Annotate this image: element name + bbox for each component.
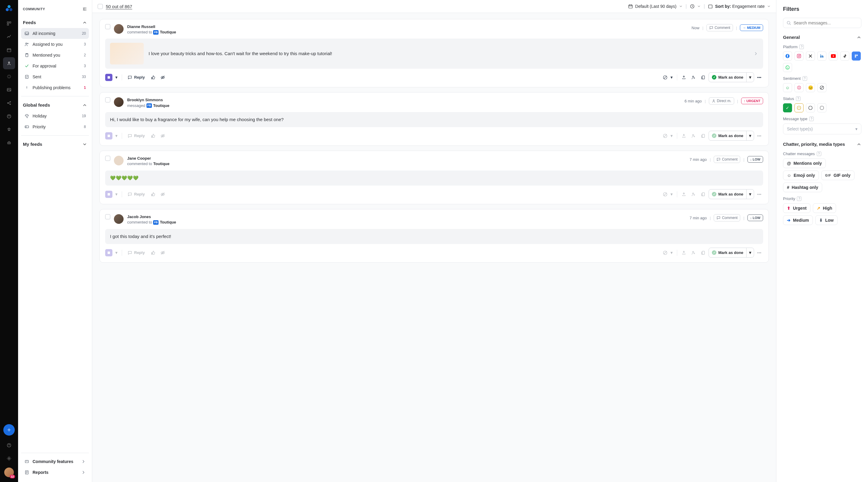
direct-message-pill[interactable]: Direct m.: [709, 97, 734, 104]
reply-button[interactable]: Reply: [124, 73, 148, 82]
status-done[interactable]: ✓: [783, 103, 792, 113]
help-icon[interactable]: ?: [803, 76, 807, 81]
more-button[interactable]: •••: [755, 132, 763, 140]
more-button[interactable]: •••: [755, 190, 763, 198]
priority-low[interactable]: ⬇Low: [815, 215, 838, 225]
search-input[interactable]: [783, 18, 861, 28]
block-button[interactable]: [661, 132, 670, 140]
block-button[interactable]: [661, 73, 670, 82]
comment-button[interactable]: Comment: [707, 24, 733, 31]
section-feeds[interactable]: Feeds: [21, 17, 89, 28]
channel-dropdown[interactable]: ▾: [114, 73, 119, 81]
select-checkbox[interactable]: [105, 156, 110, 161]
priority-high[interactable]: ↗High: [813, 203, 836, 213]
priority-badge[interactable]: ↓ LOW: [747, 156, 763, 163]
block-button[interactable]: [661, 249, 670, 257]
platform-google[interactable]: [852, 52, 861, 61]
help-icon[interactable]: ?: [797, 196, 801, 201]
hide-button[interactable]: [158, 249, 167, 257]
mark-done-button[interactable]: ✓Mark as done ▾: [709, 131, 754, 141]
help-icon[interactable]: ?: [796, 96, 801, 101]
priority-badge[interactable]: ↓ LOW: [747, 215, 763, 221]
export-button[interactable]: [680, 190, 688, 198]
select-all-checkbox[interactable]: [98, 4, 103, 9]
nav-calendar-icon[interactable]: [3, 44, 15, 56]
like-button[interactable]: [149, 73, 157, 82]
block-dropdown[interactable]: ▾: [669, 249, 675, 257]
help-icon[interactable]: ?: [799, 44, 804, 49]
help-icon[interactable]: ?: [817, 152, 821, 156]
nav-media-icon[interactable]: [3, 84, 15, 96]
reply-button[interactable]: Reply: [124, 249, 148, 257]
sidebar-item-approval[interactable]: For approval 3: [21, 61, 89, 71]
collapse-sidebar-icon[interactable]: [82, 7, 87, 11]
hide-button[interactable]: [158, 190, 167, 198]
compose-button[interactable]: [3, 424, 15, 436]
select-checkbox[interactable]: [105, 214, 110, 219]
time-picker[interactable]: [690, 4, 701, 9]
assign-button[interactable]: [689, 132, 698, 140]
nav-dashboard-icon[interactable]: [3, 18, 15, 30]
channel-dropdown[interactable]: ▾: [114, 132, 119, 140]
expand-icon[interactable]: [753, 51, 758, 56]
sentiment-none[interactable]: [817, 83, 827, 92]
block-dropdown[interactable]: ▾: [669, 73, 675, 81]
platform-youtube[interactable]: [829, 52, 838, 61]
assign-button[interactable]: [689, 73, 698, 82]
select-checkbox[interactable]: [105, 24, 110, 29]
assign-button[interactable]: [689, 249, 698, 257]
export-button[interactable]: [680, 132, 688, 140]
results-count[interactable]: 50 out of 867: [106, 4, 132, 9]
priority-medium[interactable]: ➔Medium: [783, 215, 813, 225]
block-button[interactable]: [661, 190, 670, 198]
like-button[interactable]: [149, 249, 157, 257]
platform-linkedin[interactable]: [817, 52, 827, 61]
more-button[interactable]: •••: [755, 73, 763, 81]
like-button[interactable]: [149, 132, 157, 140]
sidebar-item-sent[interactable]: Sent 33: [21, 71, 89, 82]
footer-reports[interactable]: Reports: [21, 467, 89, 478]
channel-badge[interactable]: [105, 191, 113, 198]
sidebar-item-priority[interactable]: Priority 8: [21, 121, 89, 132]
block-dropdown[interactable]: ▾: [669, 132, 675, 140]
nav-listening-icon[interactable]: [3, 110, 15, 122]
chatter-gif[interactable]: GIFGIF only: [821, 170, 855, 180]
sidebar-item-problems[interactable]: Publishing problems 1: [21, 82, 89, 93]
sentiment-neutral[interactable]: 😐: [806, 83, 815, 92]
chatter-emoji[interactable]: ☺Emoji only: [783, 170, 819, 180]
nav-ai-icon[interactable]: [3, 70, 15, 83]
like-button[interactable]: [149, 190, 157, 198]
priority-urgent[interactable]: ⬆Urgent: [783, 203, 810, 213]
copy-button[interactable]: [699, 132, 707, 140]
channel-badge[interactable]: [105, 249, 113, 256]
sort-picker[interactable]: Sort by: Engagement rate: [708, 4, 771, 9]
reply-button[interactable]: Reply: [124, 190, 148, 198]
channel-dropdown[interactable]: ▾: [114, 190, 119, 198]
status-pending[interactable]: [795, 103, 804, 113]
nav-community-icon[interactable]: [3, 57, 15, 69]
mark-done-button[interactable]: ✓Mark as done ▾: [709, 189, 754, 199]
platform-facebook[interactable]: [783, 52, 792, 61]
export-button[interactable]: [680, 73, 688, 82]
copy-button[interactable]: [699, 249, 707, 257]
sentiment-negative[interactable]: ☹: [795, 83, 804, 92]
sentiment-positive[interactable]: ☺: [783, 83, 792, 92]
section-global[interactable]: Global feeds: [21, 99, 89, 110]
comment-button[interactable]: Comment: [714, 214, 740, 221]
mark-done-dropdown[interactable]: ▾: [746, 131, 754, 140]
mark-done-button[interactable]: ✓Mark as done ▾: [709, 248, 754, 258]
export-button[interactable]: [680, 249, 688, 257]
sidebar-item-holiday[interactable]: Holiday 19: [21, 110, 89, 121]
mark-done-dropdown[interactable]: ▾: [746, 190, 754, 199]
channel-dropdown[interactable]: ▾: [114, 249, 119, 257]
copy-button[interactable]: [699, 190, 707, 198]
channel-badge[interactable]: [105, 132, 113, 139]
priority-badge[interactable]: ↑ URGENT: [741, 98, 763, 104]
help-icon[interactable]: [3, 439, 15, 451]
priority-badge[interactable]: → MEDIUM: [740, 24, 763, 31]
nav-analytics-icon[interactable]: [3, 31, 15, 43]
copy-button[interactable]: [699, 73, 707, 82]
filter-section-general[interactable]: General: [783, 35, 861, 40]
help-icon[interactable]: ?: [809, 117, 814, 121]
status-open[interactable]: [806, 103, 815, 113]
